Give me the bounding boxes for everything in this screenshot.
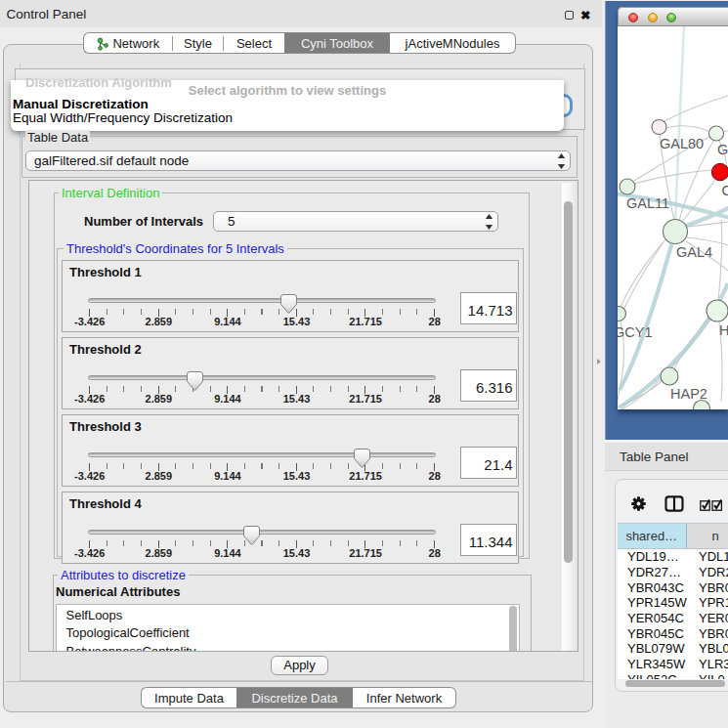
- svg-text:GCY1: GCY1: [618, 324, 653, 340]
- svg-text:GA: GA: [717, 142, 728, 157]
- svg-text:HI: HI: [719, 322, 728, 338]
- svg-text:CY: CY: [722, 183, 728, 198]
- svg-text:HAP2: HAP2: [670, 386, 707, 402]
- svg-text:GAL11: GAL11: [626, 195, 669, 211]
- svg-text:GAL4: GAL4: [676, 244, 712, 260]
- svg-text:GAL80: GAL80: [660, 136, 704, 151]
